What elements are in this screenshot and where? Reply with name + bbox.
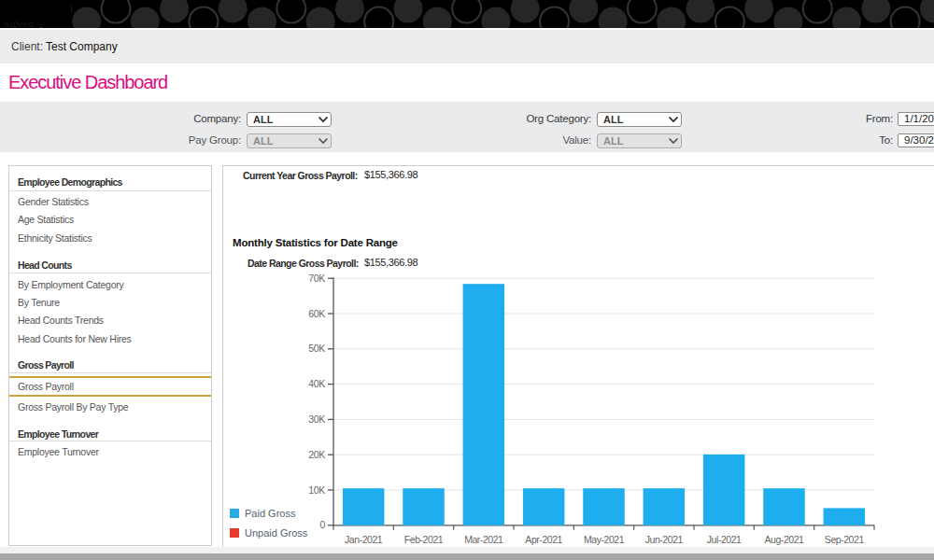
- svg-text:30K: 30K: [308, 413, 325, 425]
- svg-text:50K: 50K: [308, 343, 325, 354]
- svg-text:60K: 60K: [308, 308, 325, 319]
- svg-text:Unpaid Gross: Unpaid Gross: [245, 527, 308, 539]
- svg-text:20K: 20K: [308, 449, 325, 460]
- svg-text:May-2021: May-2021: [584, 534, 625, 545]
- svg-text:Apr-2021: Apr-2021: [525, 534, 562, 545]
- svg-text:0: 0: [319, 519, 325, 530]
- svg-text:10K: 10K: [308, 484, 325, 496]
- svg-text:Jun-2021: Jun-2021: [645, 534, 684, 545]
- svg-text:Mar-2021: Mar-2021: [464, 534, 503, 545]
- svg-text:Jul-2021: Jul-2021: [707, 534, 742, 545]
- svg-text:Sep-2021: Sep-2021: [825, 534, 865, 545]
- svg-text:Jan-2021: Jan-2021: [345, 534, 383, 545]
- svg-text:Feb-2021: Feb-2021: [404, 534, 444, 545]
- svg-text:70K: 70K: [308, 273, 325, 284]
- svg-text:Paid Gross: Paid Gross: [245, 508, 296, 519]
- svg-text:40K: 40K: [308, 378, 325, 389]
- svg-text:Aug-2021: Aug-2021: [765, 534, 805, 545]
